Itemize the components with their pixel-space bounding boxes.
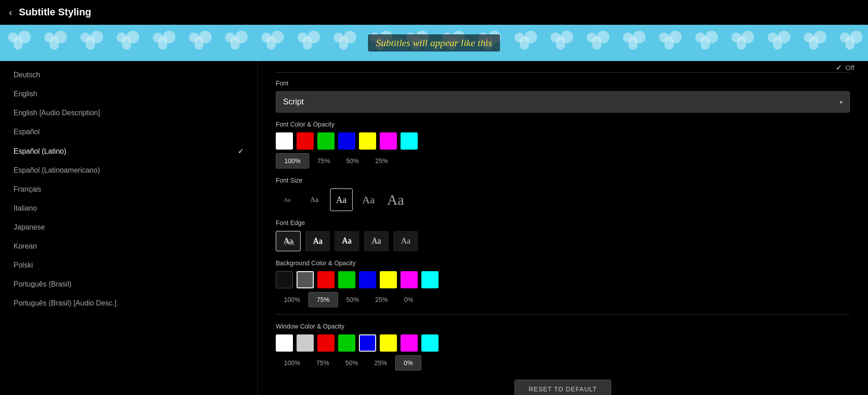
bg-opacity-75-button[interactable]: 75%	[308, 292, 338, 307]
cloud-decoration	[50, 36, 59, 50]
color-swatch-magenta[interactable]	[380, 132, 397, 150]
color-swatch-blue[interactable]	[338, 132, 355, 150]
font-size-sm[interactable]: Aa	[303, 188, 326, 211]
window-opacity-25-button[interactable]: 25%	[366, 356, 395, 370]
sidebar-item-deutsch[interactable]: Deutsch	[0, 66, 257, 85]
font-size-xl[interactable]: Aa	[384, 188, 407, 211]
sidebar-item-english-audio[interactable]: English [Audio Description]	[0, 103, 257, 122]
font-size-md[interactable]: Aa	[330, 188, 353, 211]
sidebar-item-francais[interactable]: Français	[0, 180, 257, 199]
window-color-swatch-yellow[interactable]	[380, 334, 397, 352]
cloud-decoration	[701, 36, 710, 50]
opacity-25-button[interactable]: 25%	[367, 154, 396, 168]
back-icon: ‹	[9, 7, 12, 18]
sidebar-item-label: Español	[14, 128, 40, 136]
cloud-decoration	[592, 36, 601, 50]
opacity-75-button[interactable]: 75%	[309, 154, 338, 168]
bg-opacity-0-button[interactable]: 0%	[396, 292, 421, 307]
font-edge-raised[interactable]: Aa	[305, 231, 330, 251]
sidebar-item-espanol-latinoamericano[interactable]: Español (Latinoamericano)	[0, 161, 257, 180]
font-edge-drop-shadow[interactable]: Aa	[276, 231, 301, 251]
bg-color-swatch-red[interactable]	[317, 271, 335, 288]
font-size-lg[interactable]: Aa	[357, 188, 380, 211]
font-size-xs[interactable]: Aa	[276, 188, 298, 211]
sidebar-item-japanese[interactable]: Japanese	[0, 218, 257, 237]
sidebar-item-espanol[interactable]: Español	[0, 122, 257, 141]
bg-color-swatch-magenta[interactable]	[401, 271, 418, 288]
sidebar-item-label: English	[14, 90, 37, 98]
bg-opacity-50-button[interactable]: 50%	[338, 292, 367, 307]
font-edge-section-label: Font Edge	[276, 219, 850, 226]
back-button[interactable]: ‹	[9, 7, 12, 18]
window-color-swatch-red[interactable]	[317, 334, 335, 352]
window-color-swatch-white[interactable]	[276, 334, 293, 352]
sidebar-item-portugues-brasil[interactable]: Português (Brasil)	[0, 275, 257, 294]
cloud-decoration	[194, 36, 203, 50]
sidebar-item-polski[interactable]: Polski	[0, 256, 257, 275]
bg-color-swatch-cyan[interactable]	[421, 271, 439, 288]
sidebar-item-label: Português (Brasil)	[14, 280, 71, 288]
sidebar-item-label: Português (Brasil) [Audio Desc.]	[14, 299, 117, 307]
sidebar-item-label: Japanese	[14, 223, 45, 231]
bg-opacity-25-button[interactable]: 25%	[367, 292, 396, 307]
color-swatch-white[interactable]	[276, 132, 293, 150]
color-swatch-green[interactable]	[317, 132, 335, 150]
cloud-decoration	[267, 36, 276, 50]
window-opacity-50-button[interactable]: 50%	[337, 356, 366, 370]
sidebar-item-korean[interactable]: Korean	[0, 237, 257, 256]
color-swatch-red[interactable]	[297, 132, 314, 150]
cloud-decoration	[303, 36, 312, 50]
styling-panel: ✓ Off Font Script ▾ Font Color & Opacity…	[258, 61, 868, 395]
reset-to-default-button[interactable]: RESET TO DEFAULT	[514, 380, 611, 395]
sidebar-item-label: Español (Latinoamericano)	[14, 166, 100, 174]
window-color-section-label: Window Color & Opacity	[276, 323, 850, 330]
font-color-section-label: Font Color & Opacity	[276, 121, 850, 128]
cloud-decoration	[520, 36, 529, 50]
window-opacity-100-button[interactable]: 100%	[276, 356, 308, 370]
main-layout: Deutsch English English [Audio Descripti…	[0, 61, 868, 395]
sidebar-item-english[interactable]: English	[0, 85, 257, 103]
window-opacity-0-button[interactable]: 0%	[395, 355, 421, 371]
window-color-swatch-light-gray[interactable]	[297, 334, 314, 352]
font-edge-none[interactable]: Aa	[393, 231, 418, 251]
cloud-decoration	[231, 36, 240, 50]
opacity-100-button[interactable]: 100%	[276, 153, 309, 169]
sidebar-item-italiano[interactable]: Italiano	[0, 199, 257, 218]
sidebar-item-label: Français	[14, 185, 41, 193]
page-title: Subtitle Styling	[19, 6, 91, 18]
cloud-decoration	[845, 36, 854, 50]
window-color-swatch-magenta[interactable]	[401, 334, 418, 352]
cloud-decoration	[809, 36, 818, 50]
bg-color-swatch-dark-gray[interactable]	[297, 271, 314, 288]
sidebar-item-portugues-brasil-audio[interactable]: Português (Brasil) [Audio Desc.]	[0, 294, 257, 313]
bg-color-swatch-green[interactable]	[338, 271, 355, 288]
cloud-decoration	[86, 36, 95, 50]
bg-color-swatch-blue[interactable]	[359, 271, 376, 288]
cloud-decoration	[665, 36, 674, 50]
bg-opacity-100-button[interactable]: 100%	[276, 292, 308, 307]
bg-color-swatch-black[interactable]	[276, 271, 293, 288]
color-swatch-yellow[interactable]	[359, 132, 376, 150]
font-edge-outline[interactable]: Aa	[364, 231, 389, 251]
sidebar-item-label: English [Audio Description]	[14, 109, 100, 117]
cloud-decoration	[122, 36, 131, 50]
window-color-swatch-green[interactable]	[338, 334, 355, 352]
font-opacity-row: 100% 75% 50% 25%	[276, 153, 850, 169]
header: ‹ Subtitle Styling	[0, 0, 868, 25]
font-size-row: Aa Aa Aa Aa Aa	[276, 188, 850, 211]
opacity-50-button[interactable]: 50%	[338, 154, 367, 168]
cloud-decoration	[556, 36, 565, 50]
sidebar-item-espanol-latino[interactable]: Español (Latino) ✓	[0, 141, 257, 161]
window-color-swatch-blue[interactable]	[359, 334, 376, 352]
checkmark-icon: ✓	[238, 147, 244, 155]
font-section-label: Font	[276, 80, 850, 87]
off-option: ✓ Off	[836, 63, 854, 72]
font-dropdown[interactable]: Script ▾	[276, 91, 850, 113]
bg-color-swatch-yellow[interactable]	[380, 271, 397, 288]
font-edge-depressed[interactable]: Aa	[335, 231, 359, 251]
font-size-section-label: Font Size	[276, 177, 850, 184]
font-color-row	[276, 132, 850, 150]
color-swatch-cyan[interactable]	[401, 132, 418, 150]
window-opacity-75-button[interactable]: 75%	[308, 356, 337, 370]
window-color-swatch-cyan[interactable]	[421, 334, 439, 352]
